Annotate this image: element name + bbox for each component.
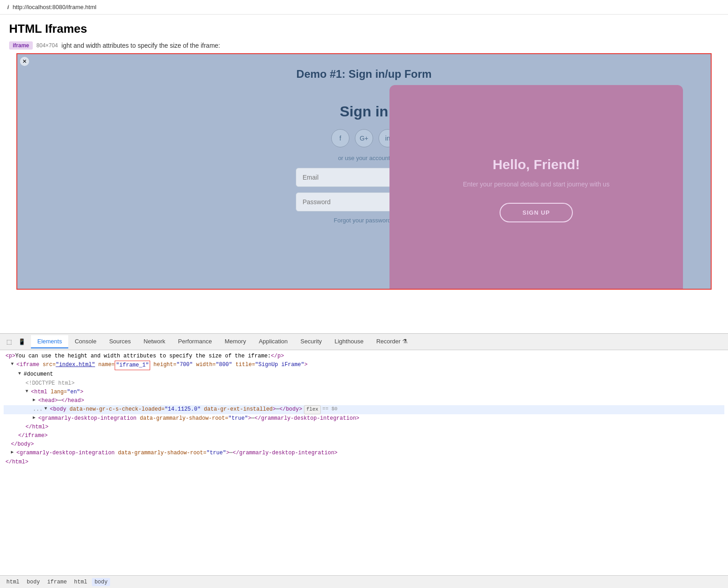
info-icon: i [7,4,9,10]
signin-panels: Sign in f G+ in or use your account Forg… [45,94,683,285]
signin-container: Demo #1: Sign in/up Form Sign in f G+ in… [17,54,711,289]
iframe-tag-label: iframe [9,41,33,50]
hello-description: Enter your personal details and start jo… [463,180,609,189]
signup-right-panel: Hello, Friend! Enter your personal detai… [389,85,683,290]
forgot-password-link[interactable]: Forgot your password? [334,217,394,224]
social-buttons: f G+ in [331,129,397,147]
signin-heading: Sign in [340,103,389,120]
url-text: http://localhost:8080/iframe.html [13,4,96,10]
signup-button[interactable]: SIGN UP [500,203,572,222]
main-content: HTML Iframes iframe 804×704 ight and wid… [0,15,728,297]
page-title: HTML Iframes [9,22,719,36]
iframe-description: ight and width attributes to specify the… [61,42,220,49]
demo-title: Demo #1: Sign in/up Form [296,68,431,80]
iframe-close-button[interactable]: ✕ [20,57,29,66]
hello-text: Hello, Friend! [493,157,580,172]
iframe-dimensions: 804×704 [36,42,58,49]
facebook-button[interactable]: f [331,129,349,147]
iframe-tag-row: iframe 804×704 ight and width attributes… [9,41,719,50]
iframe-preview: ✕ Demo #1: Sign in/up Form Sign in f G+ … [16,53,712,290]
url-bar: i http://localhost:8080/iframe.html [0,0,728,15]
google-button[interactable]: G+ [355,129,373,147]
or-text: or use your account [338,155,390,161]
